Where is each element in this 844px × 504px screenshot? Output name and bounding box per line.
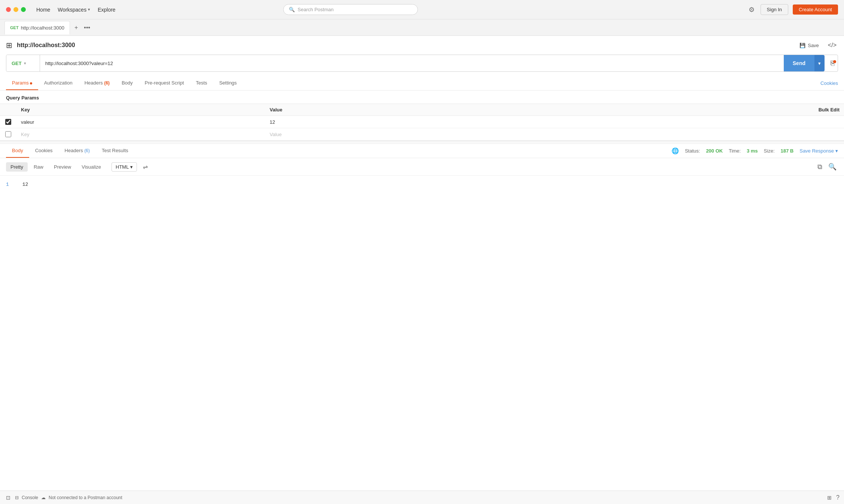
row2-desc bbox=[508, 128, 844, 141]
row1-checkbox[interactable] bbox=[5, 119, 11, 125]
size-value: 187 B bbox=[781, 148, 794, 154]
row1-checkbox-cell bbox=[0, 116, 16, 128]
globe-icon: 🌐 bbox=[672, 147, 679, 154]
format-tab-visualize[interactable]: Visualize bbox=[77, 162, 106, 172]
tab-tests[interactable]: Tests bbox=[190, 76, 213, 90]
time-value: 3 ms bbox=[747, 148, 758, 154]
response-tab-test-results[interactable]: Test Results bbox=[96, 144, 134, 158]
table-row: Key Value bbox=[0, 128, 844, 141]
search-placeholder: Search Postman bbox=[298, 7, 334, 12]
settings-button[interactable]: ⚙ bbox=[747, 4, 756, 15]
layout-toggle-button[interactable]: ⊡ bbox=[4, 494, 12, 501]
tab-params[interactable]: Params bbox=[6, 76, 38, 90]
tab-authorization[interactable]: Authorization bbox=[38, 76, 79, 90]
title-bar: Home Workspaces ▾ Explore 🔍 Search Postm… bbox=[0, 0, 844, 19]
nav-home[interactable]: Home bbox=[36, 7, 50, 13]
create-account-button[interactable]: Create Account bbox=[793, 4, 838, 15]
response-tab-cookies[interactable]: Cookies bbox=[29, 144, 59, 158]
more-tabs-button[interactable]: ••• bbox=[82, 23, 92, 33]
tab-settings[interactable]: Settings bbox=[213, 76, 243, 90]
save-label: Save bbox=[808, 43, 819, 48]
row2-checkbox-cell bbox=[0, 128, 16, 141]
status-value: 200 OK bbox=[706, 148, 723, 154]
close-button[interactable] bbox=[6, 7, 11, 12]
wrap-button[interactable]: ⇌ bbox=[140, 162, 151, 172]
response-body: 1 12 bbox=[0, 176, 844, 491]
signin-button[interactable]: Sign In bbox=[761, 4, 788, 15]
format-tab-preview[interactable]: Preview bbox=[49, 162, 76, 172]
response-meta: 🌐 Status: 200 OK Time: 3 ms Size: 187 B … bbox=[672, 147, 838, 154]
key-col-header: Key bbox=[16, 104, 265, 116]
method-label: GET bbox=[12, 61, 22, 66]
row1-key[interactable]: valeur bbox=[16, 116, 265, 128]
nav-workspaces[interactable]: Workspaces ▾ bbox=[58, 7, 90, 13]
response-area: Body Cookies Headers (6) Test Results 🌐 … bbox=[0, 144, 844, 491]
nav-explore[interactable]: Explore bbox=[98, 7, 115, 13]
send-dropdown-button[interactable]: ▾ bbox=[814, 55, 825, 71]
console-label[interactable]: Console bbox=[22, 495, 38, 500]
split-view-button[interactable]: ⊞ bbox=[826, 494, 833, 501]
section-divider bbox=[0, 141, 844, 144]
status-bar-left: ⊡ ⊟ Console ☁ Not connected to a Postman… bbox=[4, 494, 122, 501]
response-tab-headers[interactable]: Headers (6) bbox=[59, 144, 96, 158]
format-actions: ⧉ 🔍 bbox=[816, 161, 838, 172]
response-tab-body[interactable]: Body bbox=[6, 144, 29, 158]
maximize-button[interactable] bbox=[21, 7, 26, 12]
format-tab-raw[interactable]: Raw bbox=[29, 162, 48, 172]
help-button[interactable]: ? bbox=[836, 494, 840, 501]
collection-icon: ⊞ bbox=[6, 41, 12, 50]
value-col-header: Value bbox=[265, 104, 508, 116]
url-input[interactable] bbox=[40, 55, 784, 71]
format-tab-pretty[interactable]: Pretty bbox=[6, 162, 28, 172]
row1-value[interactable]: 12 bbox=[265, 116, 508, 128]
request-title: http://localhost:3000 bbox=[17, 42, 792, 49]
send-button[interactable]: Send bbox=[784, 55, 814, 71]
tab-pre-request[interactable]: Pre-request Script bbox=[139, 76, 190, 90]
minimize-button[interactable] bbox=[13, 7, 18, 12]
notification-dot bbox=[833, 60, 836, 63]
save-button[interactable]: 💾 Save bbox=[796, 41, 822, 50]
save-response-button[interactable]: Save Response ▾ bbox=[799, 148, 838, 154]
url-bar: GET ▾ Send ▾ ⎘ bbox=[6, 55, 838, 72]
format-bar: Pretty Raw Preview Visualize HTML ▾ ⇌ ⧉ … bbox=[0, 158, 844, 176]
bulk-edit-col-header[interactable]: Bulk Edit bbox=[508, 104, 844, 116]
line-number-1: 1 bbox=[6, 182, 13, 187]
search-bar[interactable]: 🔍 Search Postman bbox=[283, 4, 418, 15]
send-chevron-icon: ▾ bbox=[818, 61, 821, 66]
checkbox-col-header bbox=[0, 104, 16, 116]
save-response-chevron-icon: ▾ bbox=[835, 148, 838, 154]
request-header: ⊞ http://localhost:3000 💾 Save </> bbox=[0, 36, 844, 55]
tab-url-label: http://localhost:3000 bbox=[21, 25, 64, 31]
status-bar-right: ⊞ ? bbox=[826, 494, 840, 501]
status-label: Status: bbox=[685, 148, 700, 154]
tab-method-badge: GET bbox=[10, 25, 19, 30]
tab-body[interactable]: Body bbox=[116, 76, 139, 90]
copy-response-button[interactable]: ⧉ bbox=[816, 161, 824, 172]
params-dot bbox=[30, 82, 32, 84]
request-tabs: Params Authorization Headers (6) Body Pr… bbox=[0, 76, 844, 90]
method-chevron-icon: ▾ bbox=[24, 61, 26, 66]
response-tabs-row: Body Cookies Headers (6) Test Results 🌐 … bbox=[0, 144, 844, 158]
copy-link-button[interactable]: ⎘ bbox=[828, 59, 838, 67]
traffic-lights bbox=[6, 7, 26, 12]
cookies-link[interactable]: Cookies bbox=[820, 80, 838, 86]
code-button[interactable]: </> bbox=[826, 40, 838, 50]
row2-value-placeholder[interactable]: Value bbox=[265, 128, 508, 141]
request-tab[interactable]: GET http://localhost:3000 bbox=[4, 21, 70, 34]
row2-checkbox[interactable] bbox=[5, 131, 11, 137]
size-label: Size: bbox=[764, 148, 775, 154]
console-icon: ⊟ bbox=[15, 495, 19, 500]
time-label: Time: bbox=[729, 148, 741, 154]
method-selector[interactable]: GET ▾ bbox=[6, 55, 40, 71]
row2-key-placeholder[interactable]: Key bbox=[16, 128, 265, 141]
add-tab-button[interactable]: + bbox=[73, 23, 79, 33]
format-type-selector[interactable]: HTML ▾ bbox=[111, 162, 137, 172]
chevron-down-icon: ▾ bbox=[88, 7, 90, 12]
query-params-title: Query Params bbox=[0, 90, 844, 104]
tab-actions: + ••• bbox=[73, 23, 92, 33]
response-line-1: 1 12 bbox=[6, 182, 838, 187]
row1-desc bbox=[508, 116, 844, 128]
cloud-icon: ☁ bbox=[41, 495, 46, 500]
search-response-button[interactable]: 🔍 bbox=[827, 161, 838, 172]
tab-headers[interactable]: Headers (6) bbox=[79, 76, 116, 90]
